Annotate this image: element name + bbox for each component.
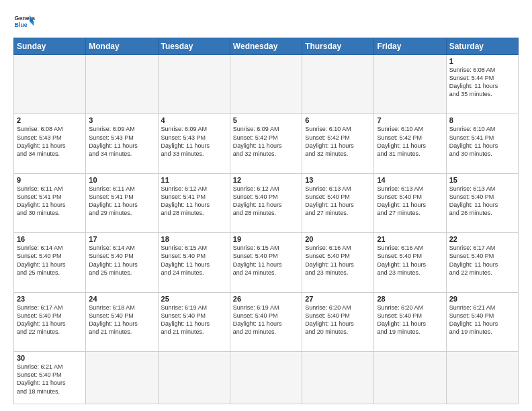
day-number: 9 <box>17 176 83 184</box>
day-number: 24 <box>89 295 154 303</box>
page: General Blue SundayMondayTuesdayWednesda… <box>0 0 532 411</box>
svg-marker-3 <box>30 21 34 26</box>
cell-daylight-text: Sunrise: 6:10 AM Sunset: 5:41 PM Dayligh… <box>449 125 515 158</box>
day-number: 23 <box>17 295 83 303</box>
day-number: 1 <box>449 57 515 65</box>
cell-daylight-text: Sunrise: 6:09 AM Sunset: 5:42 PM Dayligh… <box>233 125 299 158</box>
day-number: 20 <box>305 235 371 243</box>
cell-daylight-text: Sunrise: 6:14 AM Sunset: 5:40 PM Dayligh… <box>89 244 154 277</box>
cell-daylight-text: Sunrise: 6:13 AM Sunset: 5:40 PM Dayligh… <box>449 185 515 218</box>
cell-daylight-text: Sunrise: 6:17 AM Sunset: 5:40 PM Dayligh… <box>17 304 83 336</box>
day-number: 4 <box>161 116 227 124</box>
calendar-day-header: Saturday <box>446 38 518 55</box>
calendar-cell: 15Sunrise: 6:13 AM Sunset: 5:40 PM Dayli… <box>446 173 518 232</box>
calendar-cell: 26Sunrise: 6:19 AM Sunset: 5:40 PM Dayli… <box>230 292 302 351</box>
cell-daylight-text: Sunrise: 6:12 AM Sunset: 5:41 PM Dayligh… <box>161 185 227 218</box>
day-number: 14 <box>377 176 443 184</box>
day-number: 6 <box>305 116 371 124</box>
day-number: 28 <box>377 295 443 303</box>
day-number: 10 <box>89 176 154 184</box>
cell-daylight-text: Sunrise: 6:16 AM Sunset: 5:40 PM Dayligh… <box>377 244 443 277</box>
calendar-cell: 18Sunrise: 6:15 AM Sunset: 5:40 PM Dayli… <box>158 233 230 292</box>
calendar-cell: 23Sunrise: 6:17 AM Sunset: 5:40 PM Dayli… <box>14 292 86 351</box>
calendar-cell <box>86 55 158 114</box>
calendar-cell: 21Sunrise: 6:16 AM Sunset: 5:40 PM Dayli… <box>374 233 446 292</box>
day-number: 16 <box>17 235 83 243</box>
cell-daylight-text: Sunrise: 6:09 AM Sunset: 5:43 PM Dayligh… <box>161 125 227 158</box>
calendar-cell: 2Sunrise: 6:08 AM Sunset: 5:43 PM Daylig… <box>14 114 86 173</box>
calendar-cell: 16Sunrise: 6:14 AM Sunset: 5:40 PM Dayli… <box>14 233 86 292</box>
day-number: 29 <box>449 295 515 303</box>
calendar-day-header: Thursday <box>302 38 374 55</box>
day-number: 7 <box>377 116 443 124</box>
calendar-cell <box>374 352 446 404</box>
calendar-cell: 12Sunrise: 6:12 AM Sunset: 5:40 PM Dayli… <box>230 173 302 232</box>
day-number: 2 <box>17 116 83 124</box>
cell-daylight-text: Sunrise: 6:21 AM Sunset: 5:40 PM Dayligh… <box>17 363 83 396</box>
calendar-cell: 11Sunrise: 6:12 AM Sunset: 5:41 PM Dayli… <box>158 173 230 232</box>
calendar-cell: 20Sunrise: 6:16 AM Sunset: 5:40 PM Dayli… <box>302 233 374 292</box>
calendar-cell: 4Sunrise: 6:09 AM Sunset: 5:43 PM Daylig… <box>158 114 230 173</box>
calendar-cell: 27Sunrise: 6:20 AM Sunset: 5:40 PM Dayli… <box>302 292 374 351</box>
calendar-cell: 6Sunrise: 6:10 AM Sunset: 5:42 PM Daylig… <box>302 114 374 173</box>
cell-daylight-text: Sunrise: 6:11 AM Sunset: 5:41 PM Dayligh… <box>89 185 154 218</box>
cell-daylight-text: Sunrise: 6:10 AM Sunset: 5:42 PM Dayligh… <box>305 125 371 158</box>
calendar-cell <box>374 55 446 114</box>
calendar-cell <box>14 55 86 114</box>
cell-daylight-text: Sunrise: 6:08 AM Sunset: 5:43 PM Dayligh… <box>17 125 83 158</box>
day-number: 21 <box>377 235 443 243</box>
day-number: 27 <box>305 295 371 303</box>
day-number: 15 <box>449 176 515 184</box>
calendar-day-header: Tuesday <box>158 38 230 55</box>
calendar-cell: 13Sunrise: 6:13 AM Sunset: 5:40 PM Dayli… <box>302 173 374 232</box>
calendar-cell: 24Sunrise: 6:18 AM Sunset: 5:40 PM Dayli… <box>86 292 158 351</box>
calendar-day-header: Sunday <box>14 38 86 55</box>
cell-daylight-text: Sunrise: 6:14 AM Sunset: 5:40 PM Dayligh… <box>17 244 83 277</box>
day-number: 11 <box>161 176 227 184</box>
calendar-cell: 7Sunrise: 6:10 AM Sunset: 5:42 PM Daylig… <box>374 114 446 173</box>
calendar-cell <box>230 55 302 114</box>
calendar-cell: 5Sunrise: 6:09 AM Sunset: 5:42 PM Daylig… <box>230 114 302 173</box>
calendar-cell <box>446 352 518 404</box>
calendar-cell <box>158 352 230 404</box>
cell-daylight-text: Sunrise: 6:10 AM Sunset: 5:42 PM Dayligh… <box>377 125 443 158</box>
day-number: 30 <box>17 354 83 362</box>
day-number: 26 <box>233 295 299 303</box>
day-number: 18 <box>161 235 227 243</box>
logo: General Blue <box>13 11 35 32</box>
calendar-cell: 29Sunrise: 6:21 AM Sunset: 5:40 PM Dayli… <box>446 292 518 351</box>
calendar-day-header: Friday <box>374 38 446 55</box>
calendar-cell: 10Sunrise: 6:11 AM Sunset: 5:41 PM Dayli… <box>86 173 158 232</box>
logo-icon: General Blue <box>13 11 35 32</box>
calendar-cell: 19Sunrise: 6:15 AM Sunset: 5:40 PM Dayli… <box>230 233 302 292</box>
day-number: 25 <box>161 295 227 303</box>
calendar-cell <box>158 55 230 114</box>
calendar-day-header: Monday <box>86 38 158 55</box>
cell-daylight-text: Sunrise: 6:16 AM Sunset: 5:40 PM Dayligh… <box>305 244 371 277</box>
day-number: 5 <box>233 116 299 124</box>
cell-daylight-text: Sunrise: 6:21 AM Sunset: 5:40 PM Dayligh… <box>449 304 515 336</box>
calendar-day-header: Wednesday <box>230 38 302 55</box>
cell-daylight-text: Sunrise: 6:15 AM Sunset: 5:40 PM Dayligh… <box>233 244 299 277</box>
calendar-cell: 25Sunrise: 6:19 AM Sunset: 5:40 PM Dayli… <box>158 292 230 351</box>
calendar-table: SundayMondayTuesdayWednesdayThursdayFrid… <box>13 38 519 404</box>
cell-daylight-text: Sunrise: 6:12 AM Sunset: 5:40 PM Dayligh… <box>233 185 299 218</box>
calendar-cell <box>302 352 374 404</box>
calendar-cell <box>302 55 374 114</box>
calendar-cell <box>230 352 302 404</box>
calendar-cell: 30Sunrise: 6:21 AM Sunset: 5:40 PM Dayli… <box>14 352 86 404</box>
calendar-cell: 28Sunrise: 6:20 AM Sunset: 5:40 PM Dayli… <box>374 292 446 351</box>
day-number: 17 <box>89 235 154 243</box>
day-number: 3 <box>89 116 154 124</box>
calendar-cell: 9Sunrise: 6:11 AM Sunset: 5:41 PM Daylig… <box>14 173 86 232</box>
calendar-cell: 17Sunrise: 6:14 AM Sunset: 5:40 PM Dayli… <box>86 233 158 292</box>
calendar-cell: 22Sunrise: 6:17 AM Sunset: 5:40 PM Dayli… <box>446 233 518 292</box>
cell-daylight-text: Sunrise: 6:19 AM Sunset: 5:40 PM Dayligh… <box>233 304 299 336</box>
cell-daylight-text: Sunrise: 6:09 AM Sunset: 5:43 PM Dayligh… <box>89 125 154 158</box>
calendar-cell: 8Sunrise: 6:10 AM Sunset: 5:41 PM Daylig… <box>446 114 518 173</box>
day-number: 8 <box>449 116 515 124</box>
cell-daylight-text: Sunrise: 6:18 AM Sunset: 5:40 PM Dayligh… <box>89 304 154 336</box>
calendar-cell: 1Sunrise: 6:08 AM Sunset: 5:44 PM Daylig… <box>446 55 518 114</box>
calendar-cell <box>86 352 158 404</box>
day-number: 22 <box>449 235 515 243</box>
